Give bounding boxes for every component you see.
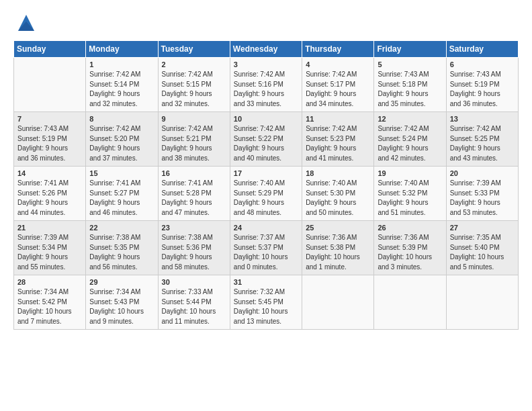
calendar-cell: 12Sunrise: 7:42 AM Sunset: 5:24 PM Dayli… — [374, 112, 446, 167]
calendar-cell: 28Sunrise: 7:34 AM Sunset: 5:42 PM Dayli… — [14, 275, 86, 330]
week-row-5: 28Sunrise: 7:34 AM Sunset: 5:42 PM Dayli… — [14, 275, 519, 330]
day-number: 27 — [450, 224, 515, 232]
cell-content: Sunrise: 7:42 AM Sunset: 5:17 PM Dayligh… — [306, 70, 370, 109]
day-number: 1 — [89, 60, 154, 68]
day-header-tuesday: Tuesday — [158, 41, 230, 58]
day-number: 21 — [17, 224, 82, 232]
day-header-saturday: Saturday — [446, 41, 518, 58]
week-row-1: 1Sunrise: 7:42 AM Sunset: 5:14 PM Daylig… — [14, 58, 519, 112]
calendar-cell: 6Sunrise: 7:43 AM Sunset: 5:19 PM Daylig… — [446, 58, 518, 112]
calendar-cell — [446, 275, 518, 330]
day-header-thursday: Thursday — [302, 41, 374, 58]
header-row: SundayMondayTuesdayWednesdayThursdayFrid… — [14, 41, 519, 58]
day-number: 12 — [378, 115, 442, 123]
cell-content: Sunrise: 7:32 AM Sunset: 5:45 PM Dayligh… — [234, 287, 298, 326]
day-number: 16 — [162, 169, 226, 177]
calendar-cell: 23Sunrise: 7:38 AM Sunset: 5:36 PM Dayli… — [158, 221, 230, 275]
day-number: 28 — [17, 278, 82, 286]
calendar-cell: 7Sunrise: 7:43 AM Sunset: 5:19 PM Daylig… — [14, 112, 86, 167]
cell-content: Sunrise: 7:42 AM Sunset: 5:20 PM Dayligh… — [89, 124, 154, 163]
cell-content: Sunrise: 7:42 AM Sunset: 5:23 PM Dayligh… — [306, 124, 370, 163]
cell-content: Sunrise: 7:40 AM Sunset: 5:32 PM Dayligh… — [378, 179, 442, 218]
day-number: 11 — [306, 115, 370, 123]
calendar-cell: 17Sunrise: 7:40 AM Sunset: 5:29 PM Dayli… — [230, 167, 302, 221]
day-header-sunday: Sunday — [14, 41, 86, 58]
calendar-body: 1Sunrise: 7:42 AM Sunset: 5:14 PM Daylig… — [14, 58, 519, 330]
calendar-cell: 1Sunrise: 7:42 AM Sunset: 5:14 PM Daylig… — [86, 58, 158, 112]
cell-content: Sunrise: 7:42 AM Sunset: 5:24 PM Dayligh… — [378, 124, 442, 163]
cell-content: Sunrise: 7:41 AM Sunset: 5:27 PM Dayligh… — [89, 179, 154, 218]
calendar-cell: 31Sunrise: 7:32 AM Sunset: 5:45 PM Dayli… — [230, 275, 302, 330]
day-number: 7 — [17, 115, 82, 123]
cell-content: Sunrise: 7:36 AM Sunset: 5:39 PM Dayligh… — [378, 233, 442, 272]
day-number: 23 — [162, 224, 226, 232]
day-number: 20 — [450, 169, 515, 177]
calendar-cell: 30Sunrise: 7:33 AM Sunset: 5:44 PM Dayli… — [158, 275, 230, 330]
cell-content: Sunrise: 7:41 AM Sunset: 5:26 PM Dayligh… — [17, 179, 82, 218]
cell-content: Sunrise: 7:42 AM Sunset: 5:16 PM Dayligh… — [234, 70, 298, 109]
day-number: 3 — [234, 60, 298, 68]
calendar-cell: 29Sunrise: 7:34 AM Sunset: 5:43 PM Dayli… — [86, 275, 158, 330]
header — [13, 12, 519, 34]
day-number: 22 — [89, 224, 154, 232]
cell-content: Sunrise: 7:43 AM Sunset: 5:19 PM Dayligh… — [17, 124, 82, 163]
day-number: 25 — [306, 224, 370, 232]
day-header-friday: Friday — [374, 41, 446, 58]
day-number: 17 — [234, 169, 298, 177]
day-number: 24 — [234, 224, 298, 232]
calendar-header: SundayMondayTuesdayWednesdayThursdayFrid… — [14, 41, 519, 58]
cell-content: Sunrise: 7:43 AM Sunset: 5:19 PM Dayligh… — [450, 70, 515, 109]
cell-content: Sunrise: 7:41 AM Sunset: 5:28 PM Dayligh… — [162, 179, 226, 218]
cell-content: Sunrise: 7:33 AM Sunset: 5:44 PM Dayligh… — [162, 287, 226, 326]
calendar-cell: 19Sunrise: 7:40 AM Sunset: 5:32 PM Dayli… — [374, 167, 446, 221]
day-number: 18 — [306, 169, 370, 177]
cell-content: Sunrise: 7:38 AM Sunset: 5:35 PM Dayligh… — [89, 233, 154, 272]
day-number: 31 — [234, 278, 298, 286]
cell-content: Sunrise: 7:34 AM Sunset: 5:43 PM Dayligh… — [89, 287, 154, 326]
calendar-cell: 16Sunrise: 7:41 AM Sunset: 5:28 PM Dayli… — [158, 167, 230, 221]
logo-icon — [15, 12, 37, 34]
cell-content: Sunrise: 7:39 AM Sunset: 5:34 PM Dayligh… — [17, 233, 82, 272]
calendar-cell: 8Sunrise: 7:42 AM Sunset: 5:20 PM Daylig… — [86, 112, 158, 167]
cell-content: Sunrise: 7:39 AM Sunset: 5:33 PM Dayligh… — [450, 179, 515, 218]
day-number: 10 — [234, 115, 298, 123]
cell-content: Sunrise: 7:43 AM Sunset: 5:18 PM Dayligh… — [378, 70, 442, 109]
cell-content: Sunrise: 7:36 AM Sunset: 5:38 PM Dayligh… — [306, 233, 370, 272]
calendar-cell: 21Sunrise: 7:39 AM Sunset: 5:34 PM Dayli… — [14, 221, 86, 275]
calendar-cell: 11Sunrise: 7:42 AM Sunset: 5:23 PM Dayli… — [302, 112, 374, 167]
calendar-cell — [374, 275, 446, 330]
day-number: 26 — [378, 224, 442, 232]
cell-content: Sunrise: 7:37 AM Sunset: 5:37 PM Dayligh… — [234, 233, 298, 272]
calendar-cell: 14Sunrise: 7:41 AM Sunset: 5:26 PM Dayli… — [14, 167, 86, 221]
day-number: 5 — [378, 60, 442, 68]
calendar-cell: 10Sunrise: 7:42 AM Sunset: 5:22 PM Dayli… — [230, 112, 302, 167]
week-row-4: 21Sunrise: 7:39 AM Sunset: 5:34 PM Dayli… — [14, 221, 519, 275]
cell-content: Sunrise: 7:42 AM Sunset: 5:21 PM Dayligh… — [162, 124, 226, 163]
calendar-cell: 3Sunrise: 7:42 AM Sunset: 5:16 PM Daylig… — [230, 58, 302, 112]
week-row-3: 14Sunrise: 7:41 AM Sunset: 5:26 PM Dayli… — [14, 167, 519, 221]
day-number: 6 — [450, 60, 515, 68]
day-number: 4 — [306, 60, 370, 68]
day-number: 14 — [17, 169, 82, 177]
day-number: 19 — [378, 169, 442, 177]
cell-content: Sunrise: 7:42 AM Sunset: 5:15 PM Dayligh… — [162, 70, 226, 109]
calendar-cell: 22Sunrise: 7:38 AM Sunset: 5:35 PM Dayli… — [86, 221, 158, 275]
day-header-monday: Monday — [86, 41, 158, 58]
cell-content: Sunrise: 7:34 AM Sunset: 5:42 PM Dayligh… — [17, 287, 82, 326]
calendar-cell: 25Sunrise: 7:36 AM Sunset: 5:38 PM Dayli… — [302, 221, 374, 275]
calendar-cell: 9Sunrise: 7:42 AM Sunset: 5:21 PM Daylig… — [158, 112, 230, 167]
calendar-cell: 5Sunrise: 7:43 AM Sunset: 5:18 PM Daylig… — [374, 58, 446, 112]
calendar-cell — [302, 275, 374, 330]
calendar-table: SundayMondayTuesdayWednesdayThursdayFrid… — [13, 40, 519, 330]
cell-content: Sunrise: 7:42 AM Sunset: 5:14 PM Dayligh… — [89, 70, 154, 109]
logo-text — [13, 12, 37, 34]
calendar-cell: 20Sunrise: 7:39 AM Sunset: 5:33 PM Dayli… — [446, 167, 518, 221]
calendar-cell: 2Sunrise: 7:42 AM Sunset: 5:15 PM Daylig… — [158, 58, 230, 112]
day-number: 30 — [162, 278, 226, 286]
calendar-cell: 15Sunrise: 7:41 AM Sunset: 5:27 PM Dayli… — [86, 167, 158, 221]
calendar-cell: 27Sunrise: 7:35 AM Sunset: 5:40 PM Dayli… — [446, 221, 518, 275]
calendar-cell: 24Sunrise: 7:37 AM Sunset: 5:37 PM Dayli… — [230, 221, 302, 275]
calendar-cell: 26Sunrise: 7:36 AM Sunset: 5:39 PM Dayli… — [374, 221, 446, 275]
cell-content: Sunrise: 7:40 AM Sunset: 5:30 PM Dayligh… — [306, 179, 370, 218]
cell-content: Sunrise: 7:40 AM Sunset: 5:29 PM Dayligh… — [234, 179, 298, 218]
